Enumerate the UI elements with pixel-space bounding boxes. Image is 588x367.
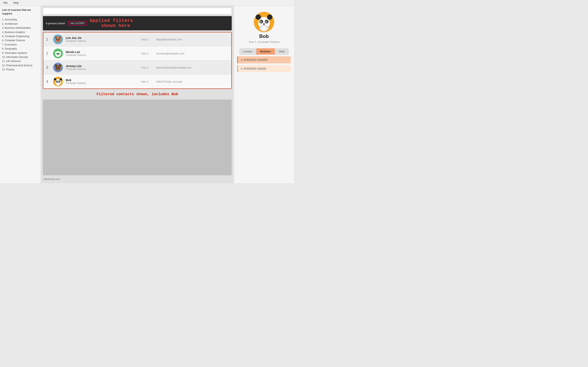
tab-skills[interactable]: Skills — [275, 48, 289, 55]
contact-year: Year 2 — [141, 38, 153, 41]
svg-point-46 — [256, 15, 261, 20]
contact-info: BobComputer Science — [66, 78, 138, 85]
profile-avatar — [254, 12, 274, 32]
tab-modules[interactable]: Modules — [256, 48, 275, 55]
profile-section: Bob Year 2, Computer Science — [244, 6, 283, 47]
svg-point-34 — [60, 78, 62, 81]
svg-point-30 — [57, 68, 59, 69]
svg-point-3 — [59, 36, 61, 39]
filter-bar: 4 persons listed! >m/cs2103t Applied fil… — [43, 16, 232, 30]
contact-name: Lim Jun Jie — [66, 36, 138, 40]
sidebar-course-item[interactable]: 11. Life Sciences — [2, 59, 39, 63]
contact-row[interactable]: 3 Jeremy LimComputer ScienceYear 2jeremy… — [43, 60, 231, 75]
right-panel: Bob Year 2, Computer Science ContactModu… — [234, 6, 294, 183]
svg-point-11 — [55, 51, 61, 57]
svg-point-17 — [58, 53, 59, 54]
svg-point-23 — [55, 64, 57, 67]
contact-email: e0823741@u.nus.edu — [156, 80, 229, 83]
contact-email: limjj10@example.com — [156, 38, 229, 41]
sidebar: List of courses that we support. 1. Acco… — [0, 6, 41, 183]
filepath: ./data/codoc.json — [43, 177, 232, 181]
svg-point-6 — [57, 39, 58, 40]
contact-avatar — [53, 77, 63, 86]
contact-year: Year 2 — [141, 52, 153, 55]
svg-point-47 — [267, 15, 272, 20]
menu-help[interactable]: Help — [12, 1, 20, 5]
svg-point-24 — [59, 64, 61, 67]
sidebar-course-item[interactable]: 9. Information Systems — [2, 51, 39, 55]
svg-point-27 — [57, 67, 58, 68]
svg-point-28 — [59, 67, 60, 68]
sidebar-course-item[interactable]: 13. Physics — [2, 67, 39, 72]
annotation-text: Filtered contacts shown, includes Bob — [43, 91, 232, 98]
tab-contact[interactable]: Contact — [239, 48, 256, 55]
contact-row[interactable]: 4 BobComputer ScienceYear 2e0823741@u.nu… — [43, 75, 231, 89]
contact-number: 1 — [46, 37, 50, 42]
menu-file[interactable]: File — [2, 1, 8, 5]
contact-avatar — [53, 34, 63, 44]
module-item: 1. AY2223S2 CS2103T — [237, 56, 291, 63]
contact-year: Year 2 — [141, 66, 153, 69]
contact-number: 4 — [46, 80, 50, 84]
svg-point-43 — [57, 83, 59, 85]
svg-point-7 — [59, 39, 60, 40]
svg-point-2 — [55, 36, 57, 39]
center-content: 4 persons listed! >m/cs2103t Applied fil… — [41, 6, 234, 183]
menubar: File Help — [0, 0, 294, 6]
contact-course: Computer Science — [66, 40, 138, 42]
search-input[interactable] — [43, 8, 232, 15]
sidebar-title: List of courses that we support. — [2, 8, 39, 16]
svg-point-16 — [57, 53, 58, 54]
contact-year: Year 2 — [141, 80, 153, 83]
sidebar-course-item[interactable]: 10. Information Security — [2, 55, 39, 59]
sidebar-course-item[interactable]: 5. Computer Engineering — [2, 34, 39, 38]
module-item: 2. AY2223S2 CS2101 — [237, 65, 291, 72]
svg-point-9 — [57, 40, 59, 41]
svg-point-33 — [54, 78, 56, 81]
contact-info: Lim Jun JieComputer Science — [66, 36, 138, 42]
contact-course: Computer Science — [66, 68, 138, 71]
modules-list: 1. AY2223S2 CS2103T2. AY2223S2 CS2101 — [234, 56, 294, 74]
contact-number: 2 — [46, 51, 50, 56]
sidebar-course-item[interactable]: 12. Pharmaceutical Science — [2, 63, 39, 67]
profile-subtitle: Year 2, Computer Science — [249, 40, 279, 43]
filter-count: 4 persons listed! — [46, 22, 65, 25]
filter-tag: >m/cs2103t — [68, 21, 87, 25]
sidebar-course-item[interactable]: 3. Business Administration — [2, 26, 39, 30]
svg-point-39 — [57, 81, 57, 82]
svg-point-56 — [261, 26, 267, 31]
contacts-container: 1 Lim Jun JieComputer ScienceYear 2limjj… — [43, 32, 232, 89]
sidebar-course-item[interactable]: 6. Computer Science — [2, 38, 39, 42]
contact-name: Jeremy Lim — [66, 64, 138, 68]
main-layout: List of courses that we support. 1. Acco… — [0, 6, 294, 183]
profile-tabs: ContactModulesSkills — [239, 48, 289, 55]
course-list: 1. Accounting2. Architecture3. Business … — [2, 17, 39, 72]
svg-point-53 — [266, 21, 268, 22]
contact-email: nicoleee@example.com — [156, 52, 229, 55]
contact-info: Nicole LeeComputer Science — [66, 50, 138, 57]
svg-point-40 — [59, 81, 60, 82]
sidebar-course-item[interactable]: 1. Accounting — [2, 17, 39, 22]
filter-label: Applied filters shown here — [90, 18, 133, 28]
svg-point-52 — [261, 21, 262, 22]
empty-area — [43, 100, 232, 175]
contact-course: Computer Science — [66, 54, 138, 57]
contact-avatar — [53, 63, 63, 72]
contact-info: Jeremy LimComputer Science — [66, 64, 138, 71]
contact-email: jeremylimjw23@example.com — [156, 66, 229, 69]
contact-row[interactable]: 1 Lim Jun JieComputer ScienceYear 2limjj… — [43, 33, 231, 47]
sidebar-course-item[interactable]: 4. Business Analytics — [2, 30, 39, 34]
sidebar-course-item[interactable]: 7. Economics — [2, 43, 39, 47]
profile-name: Bob — [259, 33, 269, 39]
contact-row[interactable]: 2 Nicole LeeComputer ScienceYear 2nicole… — [43, 47, 231, 60]
contact-number: 3 — [46, 66, 50, 70]
svg-point-54 — [263, 24, 265, 25]
contact-name: Bob — [66, 78, 138, 82]
contact-avatar — [53, 49, 63, 58]
sidebar-course-item[interactable]: 2. Architecture — [2, 22, 39, 26]
sidebar-course-item[interactable]: 8. Geography — [2, 47, 39, 51]
contact-course: Computer Science — [66, 82, 138, 85]
contact-name: Nicole Lee — [66, 50, 138, 54]
